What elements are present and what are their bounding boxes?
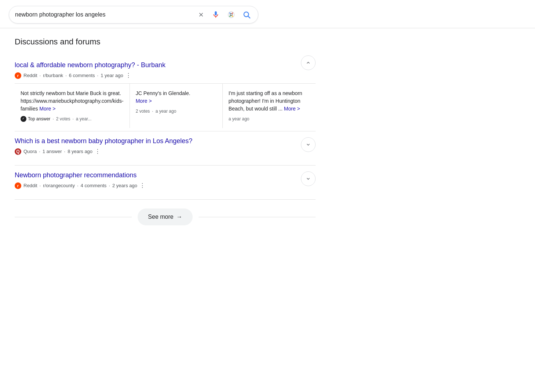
- discussion-item-2: Which is a best newborn baby photographe…: [15, 131, 316, 166]
- answer-grid-1: Not strictly newborn but Marie Buck is g…: [15, 83, 316, 128]
- svg-point-2: [228, 12, 234, 18]
- svg-point-3: [230, 14, 232, 16]
- footer-time-1: a year...: [76, 116, 92, 122]
- three-dots-menu-3[interactable]: ⋮: [139, 182, 145, 189]
- discussion-meta-2: Q Quora · 1 answer · 8 years ago ⋮: [15, 148, 296, 155]
- comments-3: 4 comments: [81, 183, 107, 188]
- answer-text-2: JC Penny's in Glendale.: [136, 90, 190, 96]
- source-name-3: Reddit: [23, 183, 37, 188]
- meta-dot-2: ·: [65, 73, 67, 78]
- google-search-button[interactable]: [241, 9, 252, 20]
- search-icons: [196, 9, 252, 20]
- expand-button-2[interactable]: [301, 137, 316, 152]
- subreddit-1: r/burbank: [43, 73, 63, 78]
- time-ago-3: 2 years ago: [112, 183, 137, 188]
- item-content-1: local & affordable newborn photography? …: [15, 55, 296, 83]
- source-name-2: Quora: [23, 149, 37, 154]
- main-content: Discussions and forums local & affordabl…: [0, 28, 330, 246]
- discussion-title-1[interactable]: local & affordable newborn photography? …: [15, 61, 165, 69]
- discussion-meta-1: r Reddit · r/burbank · 6 comments · 1 ye…: [15, 72, 296, 79]
- search-input[interactable]: newborn photographer los angeles: [15, 11, 192, 18]
- meta-dot-1: ·: [40, 73, 41, 78]
- meta-dot: ·: [40, 183, 41, 188]
- discussion-title-3[interactable]: Newborn photographer recommendations: [15, 171, 137, 179]
- answer-cell-1: Not strictly newborn but Marie Buck is g…: [15, 84, 130, 128]
- see-more-label: See more: [148, 214, 173, 220]
- google-lens-button[interactable]: [226, 9, 237, 20]
- footer-votes-2: 2 votes: [136, 108, 150, 115]
- footer-time-2: a year ago: [156, 108, 176, 115]
- discussion-title-wrapper-2: Which is a best newborn baby photographe…: [15, 137, 296, 145]
- collapse-button-1[interactable]: [301, 55, 316, 70]
- quora-icon: Q: [15, 148, 21, 155]
- three-dots-menu-2[interactable]: ⋮: [95, 148, 101, 155]
- expand-button-3[interactable]: [301, 171, 316, 186]
- source-name-1: Reddit: [23, 73, 37, 78]
- time-ago-2: 8 years ago: [68, 149, 92, 154]
- item-row-1: local & affordable newborn photography? …: [15, 55, 316, 83]
- discussion-title-2[interactable]: Which is a best newborn baby photographe…: [15, 137, 192, 145]
- meta-dot: ·: [77, 183, 79, 188]
- answer-footer-3: a year ago: [229, 116, 310, 122]
- item-content-3: Newborn photographer recommendations r R…: [15, 171, 296, 193]
- comments-1: 6 comments: [69, 73, 95, 78]
- footer-time-3: a year ago: [229, 116, 250, 122]
- clear-button[interactable]: [196, 10, 206, 19]
- answer-text-1: Not strictly newborn but Marie Buck is g…: [21, 90, 124, 112]
- see-more-button[interactable]: See more →: [138, 208, 192, 225]
- checkmark-icon: ✓: [21, 116, 26, 122]
- discussion-item-3: Newborn photographer recommendations r R…: [15, 166, 316, 200]
- search-bar-container: newborn photographer los angeles: [0, 0, 535, 28]
- see-more-line-right: [199, 217, 316, 217]
- see-more-container: See more →: [15, 200, 316, 231]
- more-link-3[interactable]: More >: [284, 106, 300, 112]
- see-more-line-left: [15, 217, 132, 217]
- section-title: Discussions and forums: [15, 37, 316, 47]
- meta-dot: ·: [52, 116, 54, 122]
- meta-dot: ·: [64, 149, 66, 154]
- top-answer-label: Top answer: [28, 116, 50, 122]
- answer-cell-3: I'm just starting off as a newborn photo…: [223, 84, 316, 128]
- answers-count-2: 1 answer: [43, 149, 62, 154]
- more-link-2[interactable]: More >: [136, 98, 152, 104]
- meta-dot: ·: [109, 183, 110, 188]
- item-row-2: Which is a best newborn baby photographe…: [15, 131, 316, 165]
- top-answer-badge: ✓ Top answer: [21, 116, 50, 122]
- discussion-meta-3: r Reddit · r/orangecounty · 4 comments ·…: [15, 182, 296, 189]
- meta-dot: ·: [152, 108, 153, 115]
- subreddit-3: r/orangecounty: [43, 183, 75, 188]
- footer-votes-1: 2 votes: [56, 116, 70, 122]
- svg-line-5: [248, 16, 250, 18]
- answer-footer-2: 2 votes · a year ago: [136, 108, 216, 115]
- search-bar: newborn photographer los angeles: [9, 6, 258, 23]
- reddit-icon-1: r: [15, 72, 21, 79]
- meta-dot: ·: [72, 116, 73, 122]
- reddit-icon-3: r: [15, 182, 21, 189]
- more-link-1[interactable]: More >: [39, 106, 55, 112]
- meta-dot: ·: [39, 149, 40, 154]
- see-more-arrow: →: [176, 214, 182, 220]
- item-row-3: Newborn photographer recommendations r R…: [15, 166, 316, 199]
- time-ago-1: 1 year ago: [101, 73, 123, 78]
- discussion-item-1: local & affordable newborn photography? …: [15, 55, 316, 131]
- meta-dot-3: ·: [97, 73, 99, 78]
- item-content-2: Which is a best newborn baby photographe…: [15, 137, 296, 159]
- discussion-title-wrapper-3: Newborn photographer recommendations: [15, 171, 296, 179]
- voice-search-button[interactable]: [210, 9, 221, 20]
- discussion-header-1: local & affordable newborn photography? …: [15, 55, 296, 72]
- answer-footer-1: ✓ Top answer · 2 votes · a year...: [21, 116, 124, 122]
- answer-cell-2: JC Penny's in Glendale. More > 2 votes ·…: [130, 84, 223, 128]
- three-dots-menu-1[interactable]: ⋮: [125, 72, 131, 79]
